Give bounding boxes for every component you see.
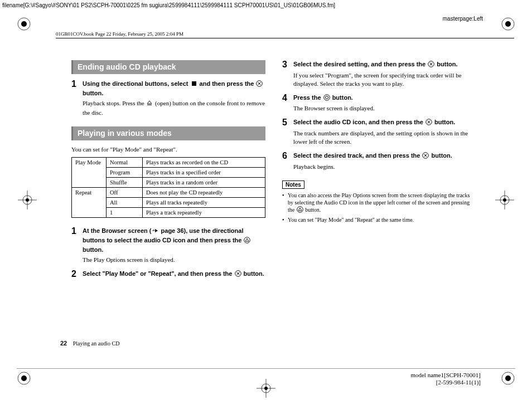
table-row: RepeatOffDoes not play the CD repeatedly <box>72 188 265 198</box>
section-heading: Playing in various modes <box>71 126 265 140</box>
cell: Plays a track repeatedly <box>143 208 265 218</box>
step-number: 4 <box>282 94 290 113</box>
masterpage-label: masterpage:Left <box>443 16 483 22</box>
step-item: 6 Select the desired track, and then pre… <box>282 152 476 171</box>
step-detail: The Play Options screen is displayed. <box>83 256 265 264</box>
step-detail: Playback stops. Press the (open) button … <box>83 99 265 117</box>
cell: Plays tracks in a random order <box>143 178 265 188</box>
left-column: Ending audio CD playback 1 Using the dir… <box>71 60 265 344</box>
svg-point-15 <box>503 198 506 202</box>
step-item: 3 Select the desired setting, and then p… <box>282 60 476 88</box>
options-table: Play ModeNormalPlays tracks as recorded … <box>71 157 265 218</box>
cell: 1 <box>107 208 143 218</box>
text: Press the <box>293 94 323 101</box>
svg-marker-24 <box>147 101 152 104</box>
text: button. <box>433 119 455 125</box>
text: button. <box>83 90 103 96</box>
step-number: 5 <box>282 118 290 146</box>
step-detail: Playback begins. <box>293 163 476 171</box>
step-detail: The Browser screen is displayed. <box>293 104 476 113</box>
note-item: • You can set "Play Mode" and "Repeat" a… <box>282 216 476 223</box>
svg-point-37 <box>323 94 330 100</box>
page-body: Ending audio CD playback 1 Using the dir… <box>71 60 476 344</box>
bullet-icon: • <box>282 216 286 223</box>
cell: Play Mode <box>72 158 107 188</box>
circle-button-icon <box>323 94 330 103</box>
text: Select the desired setting, and then pre… <box>293 61 427 67</box>
svg-marker-46 <box>298 208 302 211</box>
cell: All <box>107 198 143 208</box>
triangle-button-icon <box>297 206 303 214</box>
step-detail: If you select "Program", the screen for … <box>293 71 476 88</box>
text: button. <box>242 270 264 277</box>
crop-mark-icon <box>257 379 275 398</box>
page-number: 22 <box>60 340 67 347</box>
svg-point-38 <box>325 96 328 99</box>
svg-marker-30 <box>245 238 249 241</box>
step-lead: Select the audio CD icon, and then press… <box>293 118 476 128</box>
svg-point-19 <box>264 387 268 390</box>
cell: Plays tracks as recorded on the CD <box>143 158 265 168</box>
step-lead: Select the desired track, and then press… <box>293 152 476 161</box>
registration-mark-icon <box>501 17 515 31</box>
table-row: Play ModeNormalPlays tracks as recorded … <box>72 158 265 168</box>
step-lead: Using the directional buttons, select an… <box>83 80 265 97</box>
text: Select "Play Mode" or "Repeat", and then… <box>83 270 234 277</box>
svg-point-7 <box>505 375 511 381</box>
step-number: 2 <box>71 270 79 279</box>
step-item: 1 At the Browser screen ( page 36), use … <box>71 227 265 264</box>
note-text: You can set "Play Mode" and "Repeat" at … <box>288 216 414 223</box>
step-item: 4 Press the button. The Browser screen i… <box>282 94 476 113</box>
text: Select the desired track, and then press… <box>293 152 422 159</box>
svg-point-11 <box>26 198 29 202</box>
text: model name1[SCPH-70001] <box>410 372 481 379</box>
footer-rule <box>17 368 515 369</box>
page-footer: 22 Playing an audio CD <box>60 340 119 347</box>
cell: Off <box>107 188 143 198</box>
step-item: 5 Select the audio CD icon, and then pre… <box>282 118 476 146</box>
step-number: 6 <box>282 152 290 171</box>
text: Select the audio CD icon, and then press… <box>293 119 425 125</box>
step-number: 1 <box>71 80 79 116</box>
step-lead: Select "Play Mode" or "Repeat", and then… <box>83 270 265 279</box>
model-stamp: model name1[SCPH-70001] [2-599-984-11(1)… <box>410 372 481 387</box>
right-column: 3 Select the desired setting, and then p… <box>282 60 476 344</box>
svg-point-5 <box>21 375 27 381</box>
x-button-icon <box>422 152 429 161</box>
footer-section: Playing an audio CD <box>73 340 120 347</box>
registration-mark-icon <box>501 371 515 386</box>
crop-mark-icon <box>18 191 37 209</box>
text: button. <box>83 246 103 253</box>
cell: Does not play the CD repeatedly <box>143 188 265 198</box>
cell: Repeat <box>72 188 107 218</box>
step-lead: Press the button. <box>293 94 476 103</box>
step-lead: Select the desired setting, and then pre… <box>293 60 476 70</box>
text: button. <box>429 152 452 159</box>
text: [2-599-984-11(1)] <box>410 379 481 387</box>
registration-mark-icon <box>17 371 31 386</box>
x-button-icon <box>425 119 432 128</box>
page-ref-icon <box>152 227 158 236</box>
cell: Plays all tracks repeatedly <box>143 198 265 208</box>
note-item: • You can also access the Play Options s… <box>282 192 476 214</box>
x-button-icon <box>256 80 263 89</box>
registration-mark-icon <box>17 17 31 31</box>
step-item: 2 Select "Play Mode" or "Repeat", and th… <box>71 270 265 279</box>
note-text: You can also access the Play Options scr… <box>288 192 476 214</box>
text: button. <box>435 61 457 67</box>
crop-mark-icon <box>495 191 514 209</box>
eject-icon <box>146 100 153 109</box>
text: Using the directional buttons, select <box>83 80 190 87</box>
x-button-icon <box>235 270 241 279</box>
text: At the Browser screen ( <box>83 227 151 234</box>
header-rule <box>56 38 514 38</box>
cell: Normal <box>107 158 143 168</box>
step-item: 1 Using the directional buttons, select … <box>71 80 265 116</box>
notes-heading: Notes <box>282 181 304 189</box>
step-detail: The track numbers are displayed, and the… <box>293 129 476 146</box>
svg-rect-20 <box>192 81 196 86</box>
intro-text: You can set for "Play Mode" and "Repeat"… <box>71 146 265 153</box>
x-button-icon <box>428 61 434 70</box>
svg-marker-28 <box>155 229 158 232</box>
source-filepath: filename[G:\#Sagyo\#SONY\01 PS2\SCPH-700… <box>2 2 335 8</box>
